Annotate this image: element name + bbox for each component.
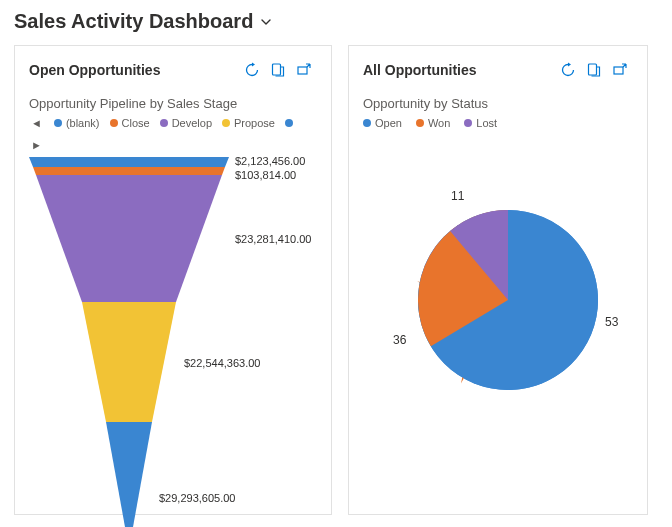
legend-dot xyxy=(54,119,62,127)
legend-item-blank[interactable]: (blank) xyxy=(54,117,100,129)
page-title-row: Sales Activity Dashboard xyxy=(14,10,658,33)
svg-rect-0 xyxy=(273,64,281,75)
card-header: All Opportunities xyxy=(363,58,633,82)
svg-rect-3 xyxy=(614,67,623,74)
pie-chart-title: Opportunity by Status xyxy=(363,96,633,111)
svg-rect-1 xyxy=(298,67,307,74)
funnel-chart-title: Opportunity Pipeline by Sales Stage xyxy=(29,96,317,111)
view-records-icon[interactable] xyxy=(265,58,291,82)
pie-chart: 53 36 11 xyxy=(363,185,633,425)
legend-item-won[interactable]: Won xyxy=(416,117,450,129)
svg-rect-2 xyxy=(589,64,597,75)
legend-item-lost[interactable]: Lost xyxy=(464,117,497,129)
expand-icon[interactable] xyxy=(607,58,633,82)
all-opportunities-card: All Opportunities Opportunity by Status … xyxy=(348,45,648,515)
legend-dot xyxy=(363,119,371,127)
open-opportunities-card: Open Opportunities Opportunity Pipeline … xyxy=(14,45,332,515)
funnel-label-close: $103,814.00 xyxy=(235,169,296,181)
legend-label: Close xyxy=(122,117,150,129)
pie-label-lost: 11 xyxy=(451,189,464,203)
legend-item-close[interactable]: Close xyxy=(110,117,150,129)
legend-item-more[interactable] xyxy=(285,119,293,127)
funnel-chart: $2,123,456.00 $103,814.00 $23,281,410.00… xyxy=(29,157,317,527)
view-records-icon[interactable] xyxy=(581,58,607,82)
card-title: Open Opportunities xyxy=(29,62,239,78)
funnel-label-blank: $2,123,456.00 xyxy=(235,155,305,167)
funnel-seg-develop[interactable] xyxy=(36,175,222,302)
legend-label: Open xyxy=(375,117,402,129)
page-title: Sales Activity Dashboard xyxy=(14,10,253,33)
legend-label: Develop xyxy=(172,117,212,129)
legend-label: Won xyxy=(428,117,450,129)
legend-label: (blank) xyxy=(66,117,100,129)
legend-prev-icon[interactable]: ◄ xyxy=(29,117,44,129)
legend-label: Lost xyxy=(476,117,497,129)
legend-dot xyxy=(222,119,230,127)
legend-dot xyxy=(285,119,293,127)
pie-label-won: 36 xyxy=(393,333,406,347)
legend-item-propose[interactable]: Propose xyxy=(222,117,275,129)
funnel-label-propose: $22,544,363.00 xyxy=(184,357,260,369)
funnel-seg-last[interactable] xyxy=(106,422,152,527)
funnel-seg-propose[interactable] xyxy=(82,302,176,422)
cards-row: Open Opportunities Opportunity Pipeline … xyxy=(14,45,658,515)
legend-dot xyxy=(160,119,168,127)
dashboard-root: Sales Activity Dashboard Open Opportunit… xyxy=(0,0,672,527)
pie-svg xyxy=(363,185,633,405)
funnel-legend: ◄ (blank) Close Develop Propose ► xyxy=(29,117,317,151)
refresh-icon[interactable] xyxy=(239,58,265,82)
card-header: Open Opportunities xyxy=(29,58,317,82)
card-title: All Opportunities xyxy=(363,62,555,78)
pie-label-open: 53 xyxy=(605,315,618,329)
funnel-svg xyxy=(29,157,229,527)
legend-label: Propose xyxy=(234,117,275,129)
legend-dot xyxy=(464,119,472,127)
legend-item-open[interactable]: Open xyxy=(363,117,402,129)
legend-dot xyxy=(110,119,118,127)
legend-item-develop[interactable]: Develop xyxy=(160,117,212,129)
refresh-icon[interactable] xyxy=(555,58,581,82)
funnel-seg-close[interactable] xyxy=(33,167,225,175)
funnel-label-last: $29,293,605.00 xyxy=(159,492,235,504)
funnel-label-develop: $23,281,410.00 xyxy=(235,233,311,245)
funnel-seg-blank[interactable] xyxy=(29,157,229,167)
legend-next-icon[interactable]: ► xyxy=(29,139,44,151)
legend-dot xyxy=(416,119,424,127)
chevron-down-icon[interactable] xyxy=(259,15,273,29)
pie-legend: Open Won Lost xyxy=(363,117,633,129)
expand-icon[interactable] xyxy=(291,58,317,82)
